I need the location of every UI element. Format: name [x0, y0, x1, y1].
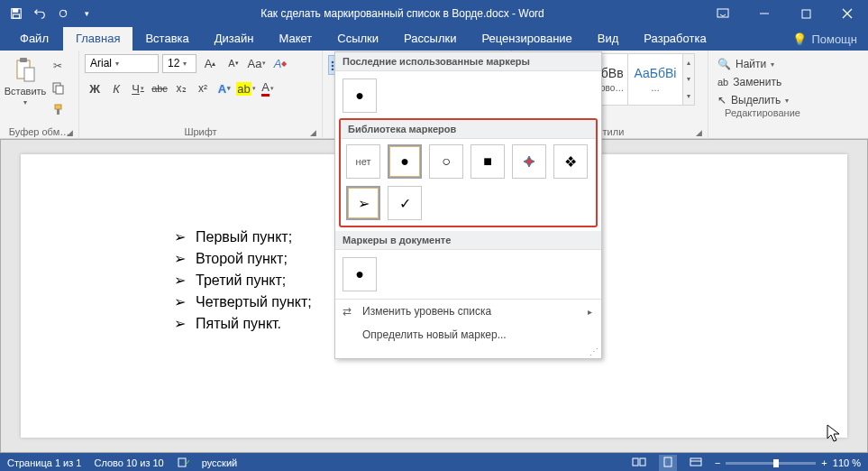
svg-rect-11 — [24, 68, 34, 81]
bullet-check[interactable]: ✓ — [388, 186, 422, 220]
define-new-bullet[interactable]: Определить новый маркер... — [335, 323, 601, 346]
svg-rect-15 — [57, 109, 59, 115]
bullet-recent-disc[interactable]: ● — [343, 78, 377, 113]
tab-design[interactable]: Дизайн — [202, 27, 267, 51]
tab-file[interactable]: Файл — [5, 27, 63, 51]
zoom-in-icon[interactable]: + — [821, 457, 827, 468]
find-button[interactable]: 🔍Найти ▾ — [714, 57, 811, 71]
tab-mailings[interactable]: Рассылки — [391, 27, 469, 51]
bulb-icon: 💡 — [792, 32, 807, 46]
svg-rect-2 — [14, 14, 20, 18]
tab-references[interactable]: Ссылки — [324, 27, 391, 51]
clear-format-icon[interactable]: A◆ — [270, 53, 290, 73]
dialog-launcher-icon[interactable]: ◢ — [67, 128, 73, 137]
group-font-label: Шрифт◢ — [85, 126, 316, 139]
svg-rect-1 — [14, 9, 18, 13]
undo-icon[interactable] — [29, 3, 50, 24]
svg-point-16 — [331, 61, 333, 64]
styles-expand[interactable]: ▴▾▾ — [682, 53, 695, 106]
svg-point-3 — [59, 10, 67, 17]
svg-rect-38 — [633, 458, 638, 466]
view-read-icon[interactable] — [632, 457, 646, 469]
doc-bullets-header: Маркеры в документе — [335, 231, 601, 250]
change-list-level[interactable]: ⇄Изменить уровень списка▸ — [335, 300, 601, 323]
maximize-icon[interactable] — [785, 0, 827, 27]
view-web-icon[interactable] — [690, 457, 702, 469]
shrink-font-icon[interactable]: A▾ — [224, 53, 243, 73]
highlight-icon[interactable]: ab — [236, 78, 256, 98]
change-case-icon[interactable]: Aa — [247, 53, 267, 73]
tab-review[interactable]: Рецензирование — [469, 27, 584, 51]
zoom-slider[interactable] — [726, 462, 816, 465]
bullets-dropdown: Последние использованные маркеры ● Библи… — [334, 51, 602, 359]
spellcheck-icon[interactable] — [177, 456, 189, 470]
resize-grip-icon[interactable]: ⋰ — [335, 346, 601, 358]
style-title[interactable]: АаБбВі… — [627, 53, 683, 106]
group-clipboard-label: Буфер обм…◢ — [5, 126, 73, 139]
close-icon[interactable] — [827, 0, 868, 27]
tab-layout[interactable]: Макет — [266, 27, 324, 51]
dialog-launcher-icon[interactable]: ◢ — [310, 128, 316, 137]
tab-insert[interactable]: Вставка — [132, 27, 201, 51]
status-page[interactable]: Страница 1 из 1 — [7, 457, 81, 468]
format-painter-icon[interactable] — [48, 99, 68, 119]
paste-button[interactable]: Вставить ▾ — [5, 53, 45, 106]
bold-button[interactable]: Ж — [85, 78, 105, 98]
status-words[interactable]: Слово 10 из 10 — [94, 457, 163, 468]
font-name-combo[interactable]: Arial▾ — [85, 54, 159, 73]
bullet-circle[interactable]: ○ — [429, 144, 463, 179]
select-button[interactable]: ↖Выделить ▾ — [714, 93, 811, 107]
grow-font-icon[interactable]: A▴ — [200, 53, 220, 73]
tell-me[interactable]: 💡Помощн — [781, 32, 868, 51]
svg-rect-10 — [20, 58, 27, 62]
italic-button[interactable]: К — [106, 78, 126, 98]
bullet-4diamond[interactable] — [512, 144, 546, 179]
subscript-button[interactable]: x₂ — [171, 78, 191, 98]
select-icon: ↖ — [717, 94, 726, 106]
bullet-arrow[interactable]: ➢ — [346, 186, 380, 220]
tab-home[interactable]: Главная — [63, 27, 132, 51]
replace-button[interactable]: abЗаменить — [714, 75, 811, 89]
svg-rect-14 — [55, 105, 61, 109]
dialog-launcher-icon[interactable]: ◢ — [696, 128, 702, 137]
status-language[interactable]: русский — [202, 457, 237, 468]
indent-icon: ⇄ — [343, 305, 352, 318]
cut-icon[interactable]: ✂ — [48, 56, 68, 76]
zoom-out-icon[interactable]: − — [715, 457, 720, 468]
bullet-library-header: Библиотека маркеров — [341, 120, 596, 139]
font-color-icon[interactable]: A — [258, 78, 278, 98]
tab-developer[interactable]: Разработка — [631, 27, 718, 51]
view-print-icon[interactable] — [659, 455, 677, 471]
svg-rect-39 — [640, 458, 645, 466]
bullet-diamonds[interactable]: ❖ — [553, 144, 588, 179]
ribbon-options-icon[interactable] — [702, 0, 744, 27]
qat-customize-icon[interactable]: ▾ — [76, 3, 97, 24]
underline-button[interactable]: Ч — [128, 78, 148, 98]
zoom-level[interactable]: 110 % — [833, 457, 861, 468]
copy-icon[interactable] — [48, 78, 68, 97]
minimize-icon[interactable] — [744, 0, 785, 27]
strike-button[interactable]: abc — [150, 78, 169, 98]
bullet-none[interactable]: нет — [346, 144, 380, 179]
svg-point-20 — [331, 69, 333, 70]
search-icon: 🔍 — [717, 58, 731, 70]
replace-icon: ab — [717, 77, 728, 88]
superscript-button[interactable]: x² — [193, 78, 213, 98]
svg-rect-6 — [802, 10, 810, 18]
text-effects-icon[interactable]: A — [215, 78, 234, 98]
bullet-disc[interactable]: ● — [388, 144, 422, 179]
svg-rect-41 — [690, 458, 701, 466]
tab-view[interactable]: Вид — [585, 27, 632, 51]
bullet-indoc-disc[interactable]: ● — [343, 257, 377, 291]
bullet-square[interactable]: ■ — [471, 144, 505, 179]
recent-bullets-header: Последние использованные маркеры — [335, 52, 601, 71]
svg-point-18 — [331, 65, 333, 68]
window-title: Как сделать маркированный список в Ворде… — [103, 7, 702, 20]
group-editing-label: Редактирование — [714, 107, 811, 120]
svg-rect-13 — [56, 86, 63, 94]
save-icon[interactable] — [5, 3, 27, 24]
redo-icon[interactable] — [52, 3, 74, 24]
svg-rect-40 — [664, 457, 672, 466]
font-size-combo[interactable]: 12▾ — [162, 54, 196, 73]
chevron-right-icon: ▸ — [588, 307, 592, 317]
